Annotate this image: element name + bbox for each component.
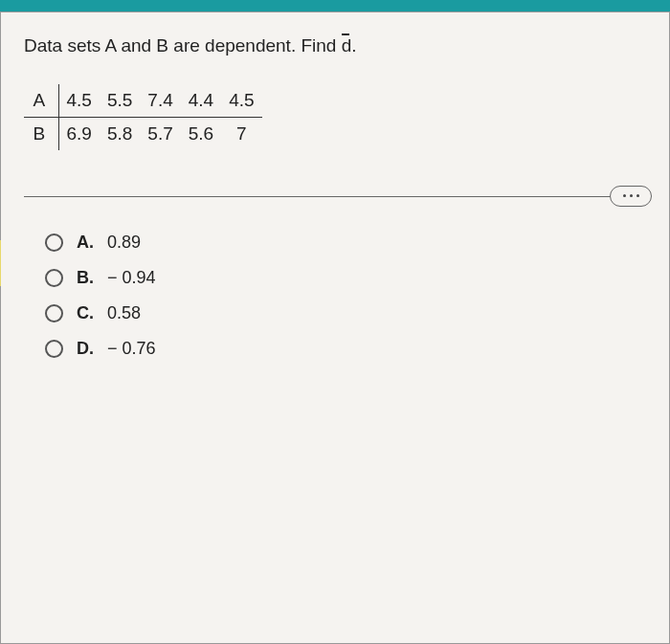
question-prefix: Data sets A and B are dependent. Find xyxy=(24,35,342,56)
dot-icon xyxy=(636,194,639,197)
row-label-b: B xyxy=(24,117,58,150)
option-letter: A. xyxy=(77,233,101,253)
dot-icon xyxy=(630,194,633,197)
d-bar-variable: d xyxy=(342,33,352,59)
table-cell: 5.8 xyxy=(100,117,140,150)
option-value: − 0.94 xyxy=(107,268,156,288)
option-letter: B. xyxy=(77,268,101,288)
radio-icon xyxy=(45,233,63,252)
table-cell: 7 xyxy=(221,117,261,150)
row-label-a: A xyxy=(24,84,58,118)
table-cell: 4.5 xyxy=(221,84,261,118)
table-row: B 6.9 5.8 5.7 5.6 7 xyxy=(24,117,262,150)
options-list: A. 0.89 B. − 0.94 C. 0.58 D. − 0.76 xyxy=(24,233,646,359)
table-cell: 5.7 xyxy=(140,117,180,150)
divider-line xyxy=(24,196,646,197)
page-frame: Data sets A and B are dependent. Find d.… xyxy=(0,11,670,644)
option-value: − 0.76 xyxy=(107,339,156,359)
option-letter: D. xyxy=(77,339,101,359)
highlight-marker xyxy=(0,240,1,286)
option-c[interactable]: C. 0.58 xyxy=(45,303,646,323)
radio-icon xyxy=(45,304,63,322)
table-cell: 4.5 xyxy=(58,84,100,118)
more-button[interactable] xyxy=(610,186,652,207)
data-table: A 4.5 5.5 7.4 4.4 4.5 B 6.9 5.8 5.7 5.6 … xyxy=(24,84,262,150)
question-text: Data sets A and B are dependent. Find d. xyxy=(24,33,646,59)
option-b[interactable]: B. − 0.94 xyxy=(45,268,646,288)
option-a[interactable]: A. 0.89 xyxy=(45,233,646,253)
window-top-bar xyxy=(0,0,670,11)
table-cell: 4.4 xyxy=(181,84,221,118)
option-letter: C. xyxy=(77,303,101,323)
table-cell: 5.5 xyxy=(100,84,140,118)
table-row: A 4.5 5.5 7.4 4.4 4.5 xyxy=(24,84,262,118)
table-cell: 7.4 xyxy=(140,84,180,118)
radio-icon xyxy=(45,340,63,358)
table-cell: 5.6 xyxy=(181,117,221,150)
radio-icon xyxy=(45,269,63,287)
option-value: 0.89 xyxy=(107,233,141,253)
content-area: Data sets A and B are dependent. Find d.… xyxy=(1,12,669,395)
dot-icon xyxy=(623,194,626,197)
option-d[interactable]: D. − 0.76 xyxy=(45,339,646,359)
table-cell: 6.9 xyxy=(58,117,100,150)
divider xyxy=(24,196,646,198)
option-value: 0.58 xyxy=(107,303,141,323)
question-suffix: . xyxy=(351,35,356,56)
